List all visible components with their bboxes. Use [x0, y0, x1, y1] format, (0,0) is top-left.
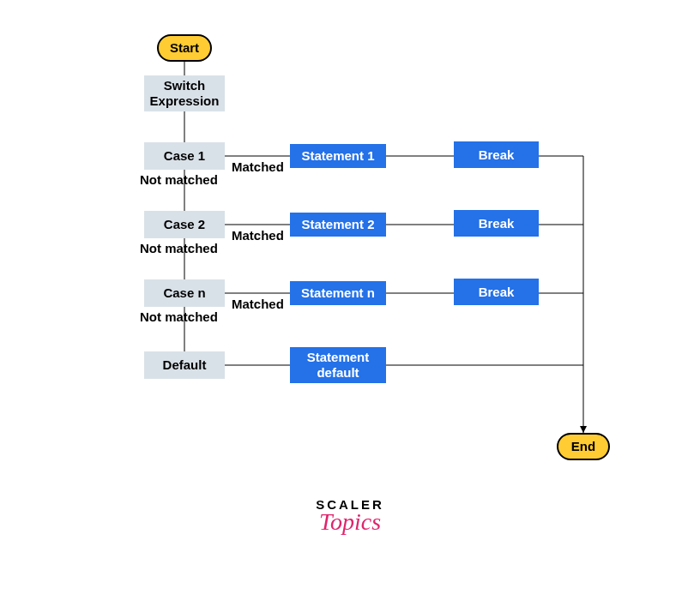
svg-marker-14	[580, 426, 587, 433]
matched-label: Matched	[232, 159, 284, 174]
statement-default-box: Statement default	[290, 347, 386, 383]
case-box: Case 1	[144, 142, 225, 170]
case-box: Case 2	[144, 211, 225, 238]
brand-bottom: Topics	[0, 508, 700, 536]
switch-expression-box: Switch Expression	[144, 75, 225, 111]
not-matched-label: Not matched	[140, 172, 218, 187]
case-box: Case n	[144, 279, 225, 307]
break-box: Break	[454, 141, 539, 168]
break-box: Break	[454, 210, 539, 237]
start-terminal: Start	[157, 34, 212, 62]
end-terminal: End	[557, 433, 610, 460]
not-matched-label: Not matched	[140, 309, 218, 324]
not-matched-label: Not matched	[140, 241, 218, 255]
statement-box: Statement 1	[290, 144, 386, 168]
matched-label: Matched	[232, 228, 284, 243]
matched-label: Matched	[232, 297, 284, 311]
statement-box: Statement 2	[290, 213, 386, 237]
statement-box: Statement n	[290, 281, 386, 305]
brand-logo: SCALER Topics	[0, 497, 700, 536]
break-box: Break	[454, 279, 539, 305]
default-box: Default	[144, 351, 225, 379]
